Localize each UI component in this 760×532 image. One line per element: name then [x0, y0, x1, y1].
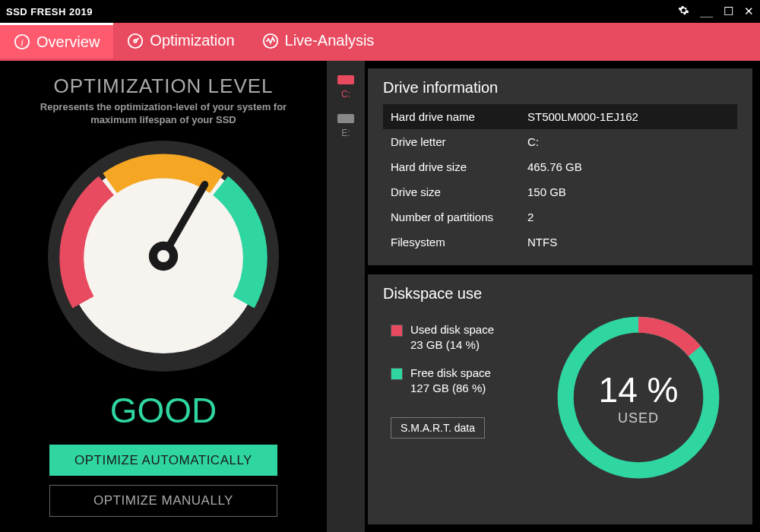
card-title: Diskspace use	[383, 285, 737, 302]
drive-letter: C:	[341, 89, 350, 100]
optimization-status: GOOD	[110, 390, 217, 431]
swatch-free-icon	[391, 368, 403, 380]
donut-percent: 14 %	[599, 369, 679, 410]
right-panel: Drive information Hard drive nameST500LM…	[365, 61, 760, 532]
info-label: Drive letter	[391, 135, 527, 148]
optimization-subtitle: Represents the optimization-level of you…	[23, 101, 304, 127]
minimize-icon[interactable]: __	[700, 5, 713, 18]
info-label: Number of partitions	[391, 211, 527, 223]
tabbar: i Overview Optimization Live-Analysis	[0, 23, 760, 61]
info-row: Hard drive size465.76 GB	[383, 154, 737, 179]
drive-selector: C: E:	[327, 61, 365, 532]
optimize-automatically-button[interactable]: OPTIMIZE AUTOMATICALLY	[49, 445, 277, 477]
donut-label: 14 % USED	[599, 369, 679, 426]
tab-live-analysis[interactable]: Live-Analysis	[249, 23, 388, 59]
tab-label: Live-Analysis	[285, 32, 375, 49]
close-icon[interactable]: ✕	[744, 5, 754, 18]
tab-overview[interactable]: i Overview	[0, 23, 113, 59]
svg-rect-14	[337, 119, 354, 123]
legend-free-label: Free disk space	[410, 366, 491, 381]
info-label: Hard drive name	[391, 110, 527, 123]
content: OPTIMIZATION LEVEL Represents the optimi…	[0, 61, 760, 532]
drive-icon	[337, 73, 355, 87]
card-title: Drive information	[383, 79, 737, 97]
info-value: 465.76 GB	[527, 160, 582, 173]
titlebar: SSD FRESH 2019 __ ☐ ✕	[0, 0, 760, 23]
donut-sub: USED	[599, 410, 679, 426]
window-title: SSD FRESH 2019	[6, 6, 93, 17]
info-row: Number of partitions2	[383, 204, 737, 230]
info-label: Drive size	[391, 185, 527, 198]
drive-letter: E:	[341, 128, 350, 138]
optimization-panel: OPTIMIZATION LEVEL Represents the optimi…	[0, 61, 327, 532]
info-row: FilesystemNTFS	[383, 230, 737, 255]
info-row: Drive size150 GB	[383, 179, 737, 204]
maximize-icon[interactable]: ☐	[724, 5, 733, 18]
svg-rect-12	[337, 81, 354, 84]
titlebar-controls: __ ☐ ✕	[678, 5, 754, 18]
settings-icon[interactable]	[678, 5, 689, 18]
legend-free: Free disk space 127 GB (86 %)	[391, 366, 540, 397]
info-value: 150 GB	[527, 185, 566, 198]
diskspace-legend: Used disk space 23 GB (14 %) Free disk s…	[383, 310, 540, 485]
info-value: NTFS	[527, 236, 557, 249]
legend-used-label: Used disk space	[410, 322, 494, 337]
tab-optimization[interactable]: Optimization	[113, 23, 248, 59]
legend-used-detail: 23 GB (14 %)	[410, 337, 494, 353]
svg-text:i: i	[21, 37, 24, 48]
drive-icon	[337, 112, 355, 125]
tab-label: Overview	[36, 33, 100, 51]
drive-item-e[interactable]: E:	[337, 107, 355, 143]
legend-used: Used disk space 23 GB (14 %)	[391, 322, 540, 353]
optimize-manually-button[interactable]: OPTIMIZE MANUALLY	[49, 485, 277, 517]
info-value: C:	[527, 135, 539, 148]
info-value: ST500LM000-1EJ162	[527, 110, 638, 123]
optimization-title: OPTIMIZATION LEVEL	[53, 74, 273, 98]
info-label: Filesystem	[391, 236, 527, 249]
drive-information-card: Drive information Hard drive nameST500LM…	[368, 68, 752, 265]
drive-item-c[interactable]: C:	[337, 68, 355, 104]
legend-free-detail: 127 GB (86 %)	[410, 381, 491, 396]
gauge-icon	[42, 135, 285, 381]
info-row: Hard drive nameST500LM000-1EJ162	[383, 104, 737, 129]
svg-point-5	[263, 33, 277, 47]
info-row: Drive letterC:	[383, 129, 737, 154]
swatch-used-icon	[391, 325, 403, 337]
tab-label: Optimization	[150, 32, 234, 49]
info-label: Hard drive size	[391, 160, 527, 173]
diskspace-card: Diskspace use Used disk space 23 GB (14 …	[368, 274, 752, 524]
diskspace-donut: 14 % USED	[540, 310, 737, 485]
info-value: 2	[527, 211, 534, 223]
smart-data-button[interactable]: S.M.A.R.T. data	[391, 417, 485, 439]
info-table: Hard drive nameST500LM000-1EJ162Drive le…	[383, 104, 737, 255]
svg-point-10	[157, 250, 169, 262]
